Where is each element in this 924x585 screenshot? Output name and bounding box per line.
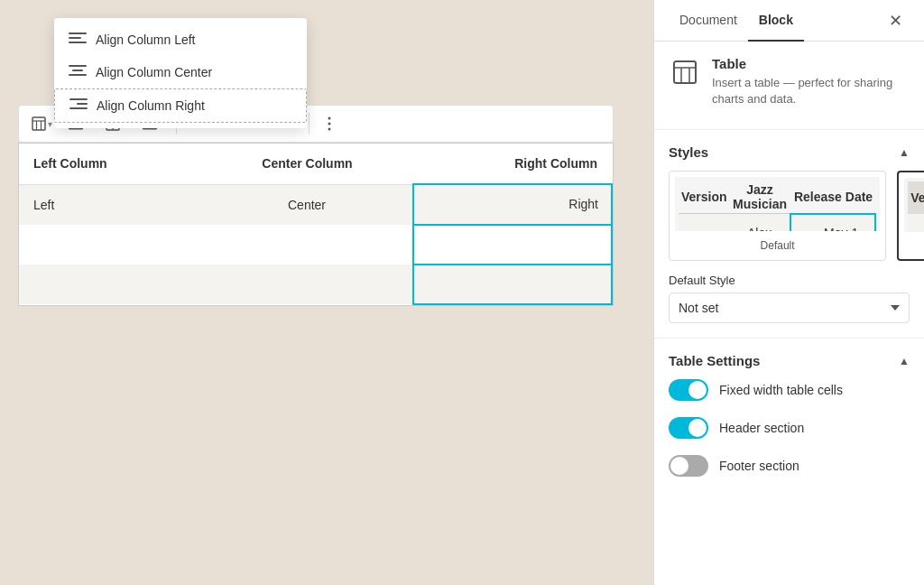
table-row — [19, 225, 612, 265]
dots-icon — [328, 116, 331, 131]
style-default-label: Default — [761, 239, 795, 252]
fixed-width-label: Fixed width table cells — [719, 383, 843, 397]
table-btn-chevron: ▾ — [48, 119, 52, 129]
block-info-text: Table Insert a table — perfect for shari… — [712, 56, 910, 107]
block-description: Insert a table — perfect for sharing cha… — [712, 75, 910, 107]
tab-block[interactable]: Block — [748, 0, 804, 42]
table-container: Left Column Center Column Right Column L… — [18, 143, 614, 306]
content-table: Left Column Center Column Right Column L… — [19, 144, 613, 305]
right-sidebar: Document Block ✕ Table Insert a table — … — [653, 0, 924, 585]
style-thumbnails: VersionJazz MusicianRelease Date 0.1Alex… — [669, 171, 910, 261]
cell-empty-4[interactable] — [19, 265, 201, 304]
align-left-item[interactable]: Align Column Left — [54, 23, 307, 56]
cell-empty-1[interactable] — [19, 225, 201, 265]
style-stripes-thumb[interactable]: VersionJazz MusicianRelease Date 0.1Alex… — [897, 171, 924, 261]
default-style-label: Default Style — [669, 274, 910, 287]
table-settings-heading: Table Settings — [669, 353, 760, 368]
table-header-row: Left Column Center Column Right Column — [19, 144, 612, 184]
header-section-toggle-row: Header section — [669, 417, 910, 439]
header-section-label: Header section — [719, 421, 804, 435]
svg-point-14 — [328, 123, 331, 125]
cell-left[interactable]: Left — [19, 184, 201, 225]
align-center-icon — [69, 65, 87, 79]
sidebar-tabs: Document Block ✕ — [654, 0, 924, 42]
cell-right[interactable]: Right — [413, 184, 612, 225]
block-table-icon — [669, 56, 701, 88]
align-right-label: Align Column Right — [97, 98, 205, 113]
column-align-dropdown: Align Column Left Align Column Center Al… — [54, 18, 307, 128]
style-default-thumb[interactable]: VersionJazz MusicianRelease Date 0.1Alex… — [669, 171, 886, 261]
close-button[interactable]: ✕ — [882, 4, 910, 38]
footer-section-toggle[interactable] — [669, 455, 708, 477]
table-settings-collapse-button[interactable]: ▲ — [899, 355, 910, 367]
table-row — [19, 265, 612, 304]
style-default-preview: VersionJazz MusicianRelease Date 0.1Alex… — [675, 177, 880, 231]
editor-area: Align Column Left Align Column Center Al… — [0, 0, 653, 585]
block-info-section: Table Insert a table — perfect for shari… — [654, 42, 924, 130]
align-center-item[interactable]: Align Column Center — [54, 56, 307, 88]
tab-document[interactable]: Document — [669, 0, 748, 42]
table-row: Left Center Right — [19, 184, 612, 225]
block-header: Table Insert a table — perfect for shari… — [669, 56, 910, 107]
align-right-item[interactable]: Align Column Right — [54, 88, 307, 123]
dots-menu-button[interactable] — [315, 109, 344, 138]
table-icon — [32, 116, 46, 131]
fixed-width-toggle-row: Fixed width table cells — [669, 379, 910, 401]
col-center-header[interactable]: Center Column — [201, 144, 413, 184]
cell-empty-6[interactable] — [413, 265, 612, 304]
styles-collapse-button[interactable]: ▲ — [899, 146, 910, 159]
cell-empty-3[interactable] — [413, 225, 612, 265]
align-right-icon — [69, 98, 88, 113]
footer-section-label: Footer section — [719, 459, 799, 473]
col-right-header[interactable]: Right Column — [413, 144, 612, 184]
toolbar-separator-2 — [309, 113, 310, 135]
styles-heading-row: Styles ▲ — [669, 144, 910, 160]
table-settings-section: Table Settings ▲ Fixed width table cells… — [654, 339, 924, 507]
svg-point-15 — [328, 128, 331, 131]
block-name: Table — [712, 56, 910, 71]
cell-center[interactable]: Center — [201, 184, 413, 225]
footer-section-toggle-row: Footer section — [669, 455, 910, 477]
svg-rect-0 — [32, 117, 45, 130]
styles-heading: Styles — [669, 144, 708, 160]
header-section-toggle[interactable] — [669, 417, 708, 439]
svg-rect-16 — [674, 61, 696, 83]
align-left-label: Align Column Left — [96, 32, 196, 47]
table-settings-heading-row: Table Settings ▲ — [669, 353, 910, 368]
default-style-select[interactable]: Not set Default Stripes — [669, 292, 910, 323]
cell-empty-5[interactable] — [201, 265, 413, 304]
svg-point-13 — [328, 117, 331, 120]
align-center-label: Align Column Center — [96, 65, 212, 79]
align-left-icon — [69, 32, 87, 47]
col-left-header[interactable]: Left Column — [19, 144, 201, 184]
style-stripes-preview: VersionJazz MusicianRelease Date 0.1Alex… — [904, 178, 924, 232]
fixed-width-toggle[interactable] — [669, 379, 708, 401]
cell-empty-2[interactable] — [201, 225, 413, 265]
styles-section: Styles ▲ VersionJazz MusicianRelease Dat… — [654, 130, 924, 339]
